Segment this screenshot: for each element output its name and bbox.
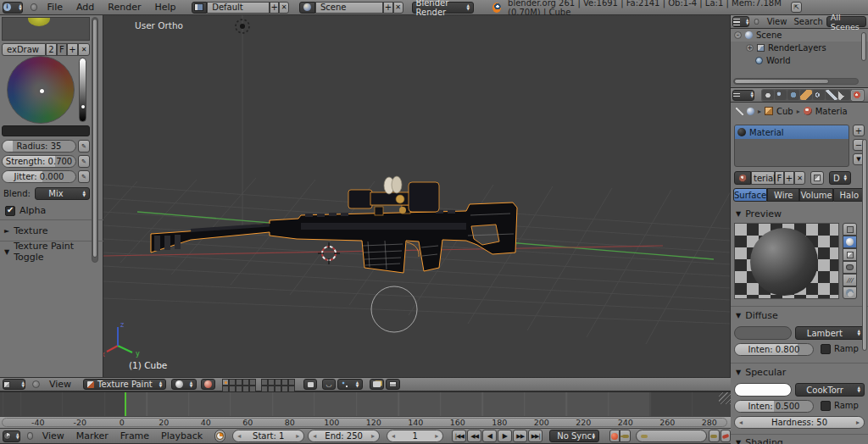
tab-scene-icon[interactable] [775,90,787,100]
expand-plus-icon[interactable]: + [746,44,754,52]
scene-delete-button[interactable]: ✕ [393,2,403,14]
type-halo-button[interactable]: Halo [833,188,865,202]
view-menu[interactable]: View [46,379,75,390]
brush-preview[interactable] [2,17,90,41]
snap-element-dropdown[interactable] [337,379,363,390]
outliner-hscrollbar-track[interactable] [733,78,859,85]
header-collapse-toggle[interactable] [27,432,33,440]
tab-object-icon[interactable] [800,90,812,100]
specular-color-swatch[interactable] [734,383,792,397]
timeline-frame-menu[interactable]: Frame [117,430,153,441]
brush-fake-user-button[interactable]: F [57,43,67,56]
autokey-mode-button[interactable] [620,430,630,442]
brush-add-button[interactable]: + [67,43,78,56]
scene-icon-button[interactable] [299,2,315,14]
layer-grid-2[interactable] [261,379,297,391]
tab-material-icon[interactable] [851,90,864,101]
preview-world-sphere-button[interactable] [843,286,857,299]
delete-keyframe-button[interactable] [721,430,731,442]
jump-to-start-button[interactable]: |◀◀ [452,430,466,442]
timeline-frames-area[interactable] [0,391,731,416]
timeline-ruler[interactable]: -40 -20 0 20 40 60 80 100 120 140 160 18… [0,416,731,428]
material-slot-row[interactable]: Material [735,125,849,139]
type-wire-button[interactable]: Wire [767,188,799,202]
panel-preview[interactable]: ▼ Preview [736,208,782,219]
outliner-hscrollbar-thumb[interactable] [734,79,829,84]
alpha-checkbox[interactable] [5,206,15,216]
decrement-arrow-icon[interactable]: ◂ [739,419,743,426]
menu-render[interactable]: Render [104,2,144,13]
panel-shading[interactable]: ▼ Shading [736,437,783,444]
outliner-view-menu[interactable]: View [764,17,791,26]
brush-users-button[interactable]: 2 [46,43,57,56]
decrement-arrow-icon[interactable]: ◂ [237,432,241,440]
blend-dropdown[interactable]: Mix [35,187,90,200]
next-keyframe-button[interactable]: ▶▶ [513,430,527,442]
timeline-marker-menu[interactable]: Marker [73,430,112,441]
playhead[interactable] [125,392,126,417]
diffuse-shader-dropdown[interactable]: Lambert [795,326,865,340]
preview-range-button[interactable] [214,430,225,442]
viewport-3d[interactable]: x y z User Ortho (1) Cube [103,15,731,377]
increment-arrow-icon[interactable]: ▸ [296,432,299,440]
jitter-slider[interactable]: Jitter: 0.000 [2,170,76,183]
brush-unlink-button[interactable]: ✕ [78,43,90,56]
jump-to-end-button[interactable]: ▶▶| [528,430,542,442]
editor-type-button-info[interactable]: i [3,2,23,14]
increment-arrow-icon[interactable]: ▸ [371,432,375,440]
color-wheel[interactable] [7,56,75,124]
decrement-arrow-icon[interactable]: ◂ [313,432,316,440]
material-add-button[interactable]: + [784,171,794,185]
layer-cell[interactable] [242,379,249,386]
material-name-field[interactable]: terial [751,171,775,185]
header-collapse-toggle[interactable] [754,19,760,25]
radius-slider[interactable]: Radius: 35 [2,140,76,153]
layer-cell[interactable] [229,379,236,386]
increment-arrow-icon[interactable]: ▸ [856,419,860,426]
material-unlink-button[interactable]: ✕ [794,171,805,185]
pin-icon[interactable] [736,108,743,115]
layer-cell[interactable] [268,379,275,386]
specular-ramp-checkbox[interactable] [821,401,831,411]
resize-gripper[interactable] [719,392,731,404]
play-button[interactable]: ▶ [498,430,512,442]
autokey-record-button[interactable] [609,430,620,442]
preview-flat-button[interactable] [843,223,857,236]
layer-cell[interactable] [281,379,288,386]
pivot-point-button[interactable] [201,379,215,390]
menu-file[interactable]: File [44,2,66,13]
snap-toggle-button[interactable]: ◡ [322,379,336,390]
preview-hair-button[interactable]: /// [843,274,857,286]
window-resize-icon[interactable]: ⇱ [791,2,802,13]
brush-color-swatch[interactable] [2,125,90,136]
strength-pressure-toggle[interactable]: ✎ [78,155,90,168]
layer-cell[interactable] [261,379,268,386]
preview-sphere-button[interactable] [843,236,857,248]
outliner-display-dropdown[interactable]: All Scenes [826,16,866,27]
diffuse-ramp-checkbox[interactable] [821,344,831,354]
jitter-pressure-toggle[interactable]: ✎ [78,170,90,183]
header-collapse-toggle[interactable] [31,3,37,11]
type-surface-button[interactable]: Surface [733,188,767,202]
specular-intensity-slider[interactable]: Inten: 0.500 [734,400,814,413]
panel-texture-paint-toggle[interactable]: ▼ Texture Paint Toggle [4,245,103,258]
scene-add-button[interactable]: + [383,2,392,14]
layer-cell[interactable] [288,379,295,386]
decrement-arrow-icon[interactable]: ◂ [392,432,395,440]
header-collapse-toggle[interactable] [32,380,40,388]
render-opengl-button[interactable] [370,379,384,390]
editor-type-button-3dview[interactable] [3,379,25,390]
outliner-row-renderlayers[interactable]: + RenderLayers [731,42,868,54]
insert-keyframe-button[interactable] [709,430,719,442]
toolshelf-scrollbar-track[interactable] [92,17,98,263]
play-reverse-button[interactable]: ◀ [482,430,497,442]
shading-dropdown[interactable] [171,379,197,390]
menu-help[interactable]: Help [151,2,179,13]
screen-layout-icon-button[interactable] [192,2,208,14]
tab-world-icon[interactable] [787,90,799,100]
editor-type-button-outliner[interactable] [732,16,749,27]
increment-arrow-icon[interactable]: ▸ [435,432,438,440]
layer-cell[interactable] [236,379,242,386]
value-slider[interactable] [79,58,86,122]
screen-layout-field[interactable]: Default [207,2,270,14]
